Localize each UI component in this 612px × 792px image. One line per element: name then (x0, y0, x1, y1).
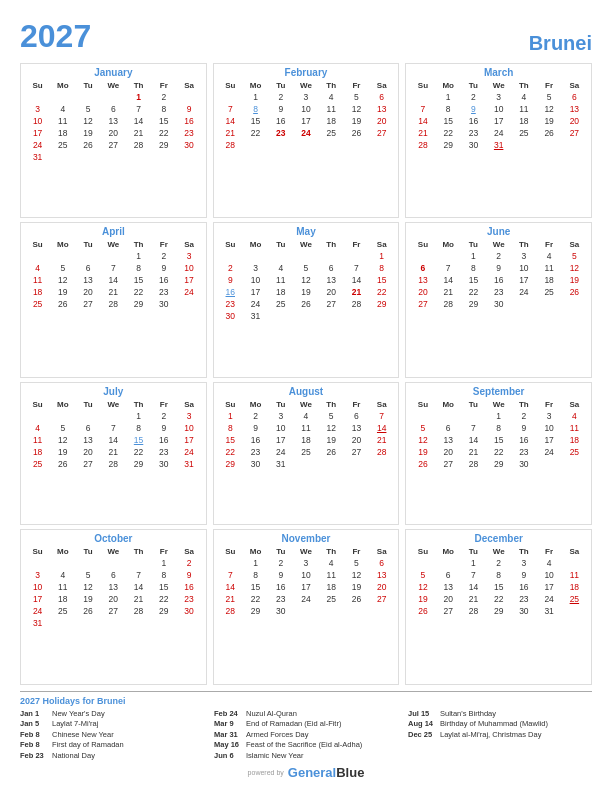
calendar-day (75, 410, 100, 422)
day-header: Th (511, 80, 536, 91)
calendar-day (218, 557, 243, 569)
calendar-day (436, 250, 461, 262)
calendar-day: 3 (511, 557, 536, 569)
calendar-day: 2 (486, 250, 511, 262)
calendar-day: 16 (151, 434, 176, 446)
calendar-day (344, 458, 369, 470)
calendar-day: 7 (218, 103, 243, 115)
calendar-day: 10 (176, 262, 201, 274)
calendar-day: 21 (461, 593, 486, 605)
calendar-day: 24 (511, 286, 536, 298)
day-header: Fr (537, 546, 562, 557)
calendar-day: 10 (511, 262, 536, 274)
holiday-column: Feb 24Nuzul Al-QuranMar 9End of Ramadan … (214, 709, 398, 762)
calendar-day (344, 139, 369, 151)
calendar-day: 27 (436, 458, 461, 470)
calendar-day: 22 (151, 127, 176, 139)
calendar-day (176, 617, 201, 629)
calendar-day (126, 151, 151, 163)
calendar-day: 14 (436, 274, 461, 286)
day-header: We (486, 239, 511, 250)
calendar-day: 6 (369, 91, 394, 103)
calendar-day: 4 (562, 410, 587, 422)
calendar-day (344, 310, 369, 322)
calendar-day: 23 (243, 446, 268, 458)
month-name: March (410, 67, 587, 78)
calendar-day: 5 (75, 103, 100, 115)
calendar-day: 7 (461, 422, 486, 434)
calendar-day: 24 (25, 139, 50, 151)
calendar-day: 13 (101, 581, 126, 593)
calendar-day: 26 (410, 458, 435, 470)
calendar-day: 22 (461, 286, 486, 298)
calendar-day: 26 (75, 139, 100, 151)
calendar-day: 16 (176, 115, 201, 127)
calendar-day: 29 (126, 298, 151, 310)
calendar-day: 9 (268, 569, 293, 581)
calendar-day: 5 (344, 557, 369, 569)
calendar-day: 23 (151, 446, 176, 458)
day-header: Fr (151, 80, 176, 91)
calendar-day: 3 (25, 569, 50, 581)
holiday-date: Feb 24 (214, 709, 242, 718)
day-header: Th (511, 239, 536, 250)
calendar-day: 19 (50, 286, 75, 298)
calendar-day: 23 (511, 446, 536, 458)
list-item: Jul 15Sultan's Birthday (408, 709, 592, 718)
calendar-day: 30 (268, 605, 293, 617)
calendar-day: 3 (176, 410, 201, 422)
calendar-day: 4 (25, 422, 50, 434)
day-header: We (101, 399, 126, 410)
calendar-day: 5 (50, 422, 75, 434)
calendar-day: 23 (511, 593, 536, 605)
calendar-day: 27 (101, 605, 126, 617)
day-header: We (293, 399, 318, 410)
holiday-name: First day of Ramadan (52, 740, 124, 749)
calendar-day: 26 (344, 593, 369, 605)
calendar-day: 12 (537, 103, 562, 115)
calendar-day (151, 151, 176, 163)
calendar-day: 20 (436, 593, 461, 605)
calendar-day: 26 (410, 605, 435, 617)
calendar-day: 20 (562, 115, 587, 127)
calendar-day: 9 (151, 422, 176, 434)
calendar-day: 8 (436, 103, 461, 115)
holiday-date: Feb 8 (20, 740, 48, 749)
calendar-day: 30 (151, 458, 176, 470)
calendar-day: 30 (218, 310, 243, 322)
calendar-day: 8 (486, 569, 511, 581)
calendar-day: 14 (218, 581, 243, 593)
calendar-day (75, 250, 100, 262)
holiday-column: Jan 1New Year's DayJan 5Laylat 7-Mi'rajF… (20, 709, 204, 762)
day-header: Fr (537, 80, 562, 91)
calendar-day (75, 617, 100, 629)
month-name: June (410, 226, 587, 237)
day-header: Tu (75, 546, 100, 557)
calendar-day: 24 (243, 298, 268, 310)
calendar-day: 30 (151, 298, 176, 310)
calendar-day: 4 (293, 410, 318, 422)
calendar-day: 15 (126, 274, 151, 286)
calendar-day: 24 (293, 593, 318, 605)
calendar-day: 29 (151, 139, 176, 151)
month-name: August (218, 386, 395, 397)
calendar-day: 2 (461, 91, 486, 103)
calendar-day: 25 (25, 458, 50, 470)
calendar-day: 14 (410, 115, 435, 127)
calendar-day: 11 (293, 422, 318, 434)
calendar-day: 14 (344, 274, 369, 286)
calendar-day: 7 (461, 569, 486, 581)
calendar-day: 16 (151, 274, 176, 286)
calendar-day: 6 (410, 262, 435, 274)
calendar-day: 26 (50, 298, 75, 310)
month-block-july: JulySuMoTuWeThFrSa1234567891011121314151… (20, 382, 207, 525)
footer: powered by GeneralBlue (20, 765, 592, 780)
day-header: We (293, 239, 318, 250)
calendar-day: 13 (436, 434, 461, 446)
calendar-day: 25 (537, 286, 562, 298)
day-header: Fr (344, 546, 369, 557)
calendar-day: 29 (126, 458, 151, 470)
holiday-date: Jul 15 (408, 709, 436, 718)
calendar-day: 25 (562, 446, 587, 458)
calendar-day: 6 (101, 103, 126, 115)
